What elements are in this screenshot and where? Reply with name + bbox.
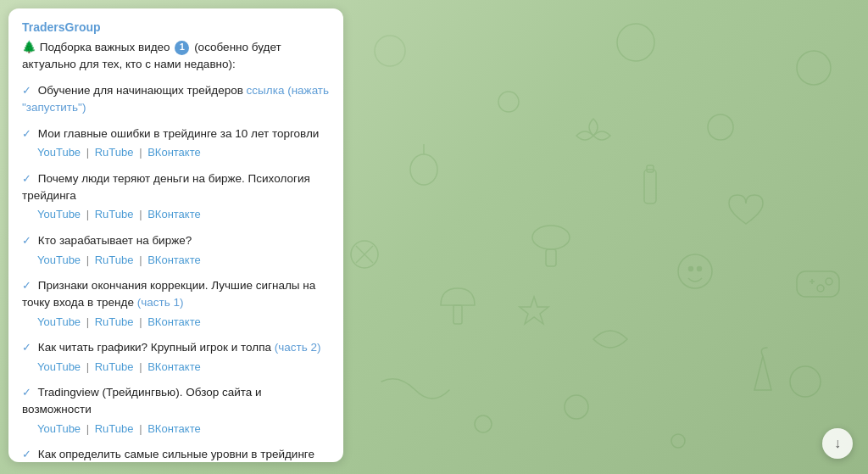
channel-name: TradersGroup (22, 20, 330, 34)
svg-point-1 (498, 92, 519, 112)
header-emoji: 🌲 (22, 41, 36, 53)
svg-point-23 (826, 278, 832, 285)
svg-point-2 (617, 24, 654, 61)
list-item: ✓ Tradingview (Трейдингвью). Обзор сайта… (22, 384, 330, 437)
checkmark-icon: ✓ (22, 127, 31, 140)
item-links: YouTube | RuTube | ВКонтакте (22, 421, 330, 438)
rutube-link[interactable]: RuTube (95, 254, 134, 266)
separator: | (139, 146, 142, 159)
separator: | (139, 254, 142, 266)
item-title: ✓ Признаки окончания коррекции. Лучшие с… (22, 277, 330, 310)
item-text: Почему люди теряют деньги на бирже. Псих… (22, 172, 310, 202)
checkmark-icon: ✓ (22, 448, 31, 460)
separator: | (86, 360, 89, 373)
separator: | (86, 422, 89, 435)
item-links: YouTube | RuTube | ВКонтакте (22, 359, 330, 376)
item-text: Обучение для начинающих трейдеров (38, 84, 247, 97)
rutube-link[interactable]: RuTube (95, 315, 134, 328)
header-label: Подборка важных видео (40, 41, 170, 53)
separator: | (86, 208, 89, 220)
scroll-down-button[interactable]: ↓ (822, 428, 853, 459)
item-title: ✓ Мои главные ошибки в трейдинге за 10 л… (22, 125, 330, 142)
item-part-link[interactable]: (часть 2) (275, 341, 321, 354)
chevron-down-icon: ↓ (834, 436, 841, 451)
svg-point-12 (475, 415, 492, 432)
item-title: ✓ Как определить самые сильные уровни в … (22, 446, 330, 462)
item-links: YouTube | RuTube | ВКонтакте (22, 252, 330, 269)
svg-point-24 (817, 285, 824, 292)
item-title: ✓ Как читать графики? Крупный игрок и то… (22, 339, 330, 356)
rutube-link[interactable]: RuTube (95, 146, 134, 159)
item-title: ✓ Кто зарабатывает на бирже? (22, 232, 330, 249)
youtube-link[interactable]: YouTube (37, 254, 81, 266)
rutube-link[interactable]: RuTube (95, 360, 134, 373)
svg-rect-22 (797, 271, 839, 297)
list-item: ✓ Признаки окончания коррекции. Лучшие с… (22, 277, 330, 330)
item-text: Кто зарабатывает на бирже? (38, 234, 192, 247)
svg-point-13 (565, 395, 588, 419)
separator: | (86, 146, 89, 159)
rutube-link[interactable]: RuTube (95, 208, 134, 220)
item-text: Как читать графики? Крупный игрок и толп… (38, 341, 275, 354)
list-item: ✓ Как читать графики? Крупный игрок и то… (22, 339, 330, 375)
svg-point-11 (698, 267, 702, 271)
item-title: ✓ Обучение для начинающих трейдеров ссыл… (22, 82, 330, 115)
rutube-link[interactable]: RuTube (95, 422, 134, 435)
item-text: Tradingview (Трейдингвью). Обзор сайта и… (22, 386, 262, 415)
separator: | (86, 315, 89, 328)
item-links: YouTube | RuTube | ВКонтакте (22, 144, 330, 161)
checkmark-icon: ✓ (22, 84, 31, 97)
svg-point-9 (678, 254, 712, 288)
item-title: ✓ Почему люди теряют деньги на бирже. Пс… (22, 170, 330, 204)
svg-point-15 (790, 366, 821, 397)
svg-point-0 (375, 36, 405, 66)
item-text: Мои главные ошибки в трейдинге за 10 лет… (38, 127, 320, 140)
youtube-link[interactable]: YouTube (37, 315, 81, 328)
svg-line-20 (356, 246, 373, 263)
list-item: ✓ Кто зарабатывает на бирже? YouTube | R… (22, 232, 330, 268)
svg-point-7 (532, 226, 570, 249)
svg-rect-8 (546, 249, 556, 266)
separator: | (139, 360, 142, 373)
svg-point-10 (689, 267, 693, 271)
vk-link[interactable]: ВКонтакте (147, 315, 201, 328)
header-text: 🌲 Подборка важных видео 1 (особенно буде… (22, 39, 330, 72)
checkmark-icon: ✓ (22, 386, 31, 399)
svg-point-5 (410, 154, 437, 185)
youtube-link[interactable]: YouTube (37, 422, 81, 435)
vk-link[interactable]: ВКонтакте (147, 254, 201, 266)
vk-link[interactable]: ВКонтакте (147, 422, 201, 435)
separator: | (139, 208, 142, 220)
svg-rect-16 (644, 170, 656, 204)
vk-link[interactable]: ВКонтакте (147, 360, 201, 373)
checkmark-icon: ✓ (22, 234, 31, 247)
list-item: ✓ Мои главные ошибки в трейдинге за 10 л… (22, 125, 330, 161)
svg-rect-18 (453, 305, 462, 324)
list-item: ✓ Обучение для начинающих трейдеров ссыл… (22, 82, 330, 115)
item-text: Как определить самые сильные уровни в тр… (38, 448, 314, 460)
svg-point-21 (351, 241, 378, 268)
vk-link[interactable]: ВКонтакте (147, 208, 201, 220)
checkmark-icon: ✓ (22, 341, 31, 354)
telegram-card: TradersGroup 🌲 Подборка важных видео 1 (… (8, 8, 343, 462)
separator: | (139, 422, 142, 435)
youtube-link[interactable]: YouTube (37, 146, 81, 159)
item-links: YouTube | RuTube | ВКонтакте (22, 314, 330, 331)
checkmark-icon: ✓ (22, 172, 31, 185)
list-item: ✓ Как определить самые сильные уровни в … (22, 446, 330, 462)
item-part-link[interactable]: (часть 1) (137, 296, 184, 309)
vk-link[interactable]: ВКонтакте (147, 146, 201, 159)
svg-point-4 (797, 51, 831, 85)
item-links: YouTube | RuTube | ВКонтакте (22, 206, 330, 223)
svg-point-3 (708, 114, 733, 140)
list-item: ✓ Почему люди теряют деньги на бирже. Пс… (22, 170, 330, 223)
svg-point-14 (671, 434, 685, 448)
checkmark-icon: ✓ (22, 279, 31, 292)
svg-line-19 (356, 246, 373, 263)
separator: | (86, 254, 89, 266)
youtube-link[interactable]: YouTube (37, 208, 81, 220)
svg-rect-17 (647, 165, 654, 172)
youtube-link[interactable]: YouTube (37, 360, 81, 373)
header-badge: 1 (175, 41, 189, 55)
separator: | (139, 315, 142, 328)
